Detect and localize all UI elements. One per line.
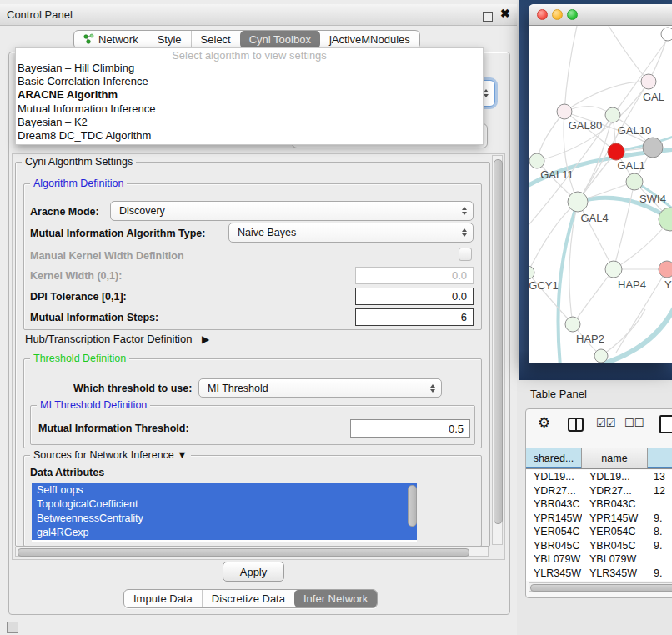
close-icon[interactable]: ✖ [500,7,510,20]
node-gray[interactable] [643,138,663,158]
node-label: GAL11 [540,168,574,181]
data-attribute-item[interactable]: gal4RGexp [32,526,417,540]
table-cell: YBR045C [526,540,582,552]
table-row[interactable]: YBR043CYBR043C [526,498,672,512]
table-rows: YDL19...YDL19...13YDR27...YDR27...12YBR0… [526,470,672,581]
tab-select[interactable]: Select [191,31,240,48]
node-partial-bottom[interactable] [594,349,608,362]
dpi-tolerance-label: DPI Tolerance [0,1]: [30,291,127,302]
tab-jactivemnodules[interactable]: jActiveMNodules [320,31,419,48]
float-window-icon[interactable] [483,12,493,22]
new-table-icon[interactable] [659,415,672,433]
table-row[interactable]: YBL079WYBL079W [526,552,672,567]
node-hap4[interactable] [605,261,622,278]
network-canvas[interactable]: GALGAL80GAL10GAL1GAL11SWI4GAL4GCY1HAP4YH… [529,26,672,362]
node-salmon[interactable] [659,261,672,278]
combo-arrows-icon [462,207,467,215]
node-swi4[interactable] [626,173,643,190]
node-gal1[interactable] [608,143,624,160]
column-header-partial[interactable] [648,448,672,468]
column-header-name[interactable]: name [582,448,648,468]
table-row[interactable]: YER054CYER054C8. [526,525,672,539]
settings-vertical-scrollbar-thumb[interactable] [494,159,503,524]
node-gal-pink[interactable] [641,74,656,89]
tab-impute-data[interactable]: Impute Data [124,590,202,608]
tab-infer-network[interactable]: Infer Network [294,590,377,608]
mi-type-combobox[interactable]: Naive Bayes [228,222,474,242]
tab-discretize-data[interactable]: Discretize Data [202,590,294,608]
mi-steps-field[interactable]: 6 [355,308,474,326]
zoom-traffic-light-icon[interactable] [567,9,578,20]
table-cell: YPR145W [582,512,648,524]
select-all-checkboxes-icon[interactable]: ☑☑ [596,417,615,429]
table-row[interactable]: YPR145WYPR145W9. [526,512,672,526]
algorithm-option[interactable]: ARACNE Algorithm [16,88,483,102]
minimize-traffic-light-icon[interactable] [552,9,563,20]
kernel-width-field[interactable]: 0.0 [355,267,474,284]
node-label: GCY1 [529,279,558,292]
control-panel-title: Control Panel [7,8,73,21]
table-panel-body: ⚙ ☑☑ ☐☐ shared... name YDL19...YDL19...1… [525,408,672,598]
algorithm-option[interactable]: Mutual Information Inference [16,102,483,116]
aracne-mode-combobox[interactable]: Discovery [110,201,474,221]
collapsed-arrow-icon[interactable]: ▶ [202,333,209,345]
node-label: HAP4 [618,278,646,291]
table-row[interactable]: YDR27...YDR27...12 [526,484,672,498]
attributes-scrollbar-thumb[interactable] [408,485,417,527]
node-gal4[interactable] [568,192,588,212]
gear-icon[interactable]: ⚙ [538,416,550,431]
table-cell: YBL079W [582,553,648,565]
combo-arrows-icon [462,228,467,237]
algorithm-dropdown-popup: Select algorithm to view settings Bayesi… [15,48,484,145]
table-horizontal-scrollbar[interactable] [529,582,672,592]
table-panel-title: Table Panel [530,388,587,400]
data-attribute-item[interactable]: SelfLoops [32,483,417,498]
expanded-arrow-icon[interactable]: ▼ [177,449,187,461]
algorithm-option[interactable]: Basic Correlation Inference [16,75,483,88]
node-label: GAL80 [569,119,602,132]
hub-transcription-section[interactable]: Hub/Transcription Factor Definition ▶ [25,332,209,345]
node-label: GAL4 [580,212,608,224]
mi-threshold-field[interactable]: 0.5 [350,419,470,438]
node-gal80[interactable] [557,104,572,119]
algorithm-option[interactable]: Bayesian – Hill Climbing [16,62,483,75]
table-row[interactable]: YLR345WYLR345W9. [526,567,672,581]
tab-network-label: Network [98,33,138,46]
tab-style[interactable]: Style [148,31,191,48]
data-attribute-item[interactable]: BetweennessCentrality [32,512,417,526]
settings-horizontal-scrollbar[interactable] [15,547,489,557]
table-row[interactable]: YDL19...YDL19...13 [526,470,672,484]
column-header-shared-name[interactable]: shared... [526,448,582,468]
data-attributes-list[interactable]: SelfLoopsTopologicalCoefficientBetweenne… [32,483,417,542]
settings-horizontal-scrollbar-thumb[interactable] [18,548,469,557]
algorithm-dropdown-list: Bayesian – Hill ClimbingBasic Correlatio… [16,62,483,142]
group-title-mi-threshold: MI Threshold Definition [37,399,150,411]
tab-network[interactable]: Network [74,31,148,48]
apply-button[interactable]: Apply [223,562,284,582]
node-gcy1[interactable] [529,266,534,279]
data-attribute-item[interactable]: TopologicalCoefficient [32,498,417,512]
table-row[interactable]: YBR045CYBR045C9. [526,539,672,553]
node-hap2[interactable] [565,317,580,332]
group-title-threshold-definition: Threshold Definition [30,352,129,364]
which-threshold-combobox[interactable]: MI Threshold [198,378,442,398]
table-horizontal-scrollbar-thumb[interactable] [530,584,672,592]
node-gal10[interactable] [605,108,620,122]
tab-cyni-toolbox[interactable]: Cyni Toolbox [240,31,320,48]
algorithm-option[interactable]: Bayesian – K2 [16,116,483,129]
table-row[interactable]: YIL052CYIL052C9. [526,580,672,581]
node-label: Y [664,278,672,291]
settings-vertical-scrollbar[interactable] [492,155,503,545]
tab-discretize-data-label: Discretize Data [212,592,285,605]
dpi-tolerance-field[interactable]: 0.0 [355,288,474,305]
docked-panel-icon[interactable] [7,622,18,633]
manual-kernel-label: Manual Kernel Width Definition [30,250,184,262]
columns-icon[interactable] [568,418,584,432]
manual-kernel-checkbox[interactable] [459,248,472,261]
algorithm-option[interactable]: Dream8 DC_TDC Algorithm [16,129,483,142]
node-gal11[interactable] [529,153,544,168]
node-partial-top[interactable] [661,28,672,41]
close-traffic-light-icon[interactable] [537,9,548,20]
group-title-cyni: Cyni Algorithm Settings [22,156,136,168]
deselect-all-checkboxes-icon[interactable]: ☐☐ [624,417,644,429]
